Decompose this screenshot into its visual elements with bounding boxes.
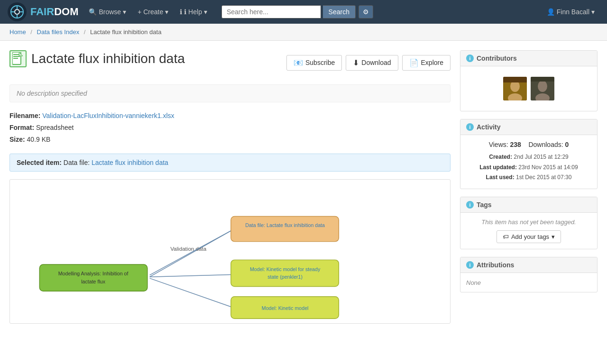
svg-rect-9	[13, 58, 18, 59]
browse-icon: 🔍	[89, 8, 97, 16]
description-text: No description specified	[17, 90, 87, 97]
browse-label: Browse	[99, 8, 121, 16]
tags-empty-msg: This item has not yet been tagged.	[466, 218, 591, 226]
help-icon: ℹ	[180, 8, 182, 16]
selected-type: Data file:	[64, 159, 90, 166]
filename-link[interactable]: Validation-LacFluxInhibition-vanniekerk1…	[42, 112, 174, 119]
tag-icon: 🏷	[503, 233, 509, 240]
format-row: Format: Spreadsheet	[9, 122, 451, 134]
svg-point-1	[15, 9, 19, 14]
download-button[interactable]: ⬇ Download	[346, 55, 398, 71]
created-value: 2nd Jul 2015 at 12:29	[514, 154, 568, 160]
sidebar: i Contributors	[460, 50, 598, 324]
avatar-img-1	[503, 77, 527, 100]
filename-row: Filename: Validation-LacFluxInhibition-v…	[9, 110, 451, 122]
brand-logo[interactable]: FAIRDOM	[8, 2, 78, 21]
selected-item-link[interactable]: Lactate flux inhibition data	[92, 159, 168, 166]
user-icon: 👤	[547, 8, 555, 16]
avatar-1[interactable]	[503, 77, 527, 100]
explore-button[interactable]: 📄 Explore	[402, 55, 451, 71]
used-label: Last used:	[486, 174, 515, 181]
page-title-row: Lactate flux inhibition data	[9, 50, 185, 67]
format-value: Spreadsheet	[36, 124, 74, 131]
user-chevron-icon: ▾	[591, 8, 595, 16]
create-chevron-icon: ▾	[165, 8, 168, 16]
create-btn[interactable]: + Create ▾	[133, 5, 173, 18]
search-area: Search ⚙	[221, 5, 373, 18]
diagram-svg: Validation data Data file: Lactate flux …	[10, 180, 450, 322]
size-label: Size:	[9, 136, 25, 143]
nav-items: 🔍 Browse ▾ + Create ▾ ℹ ℹ Help ▾	[84, 5, 212, 18]
node-analysis[interactable]	[39, 264, 147, 291]
subscribe-icon: 📧	[294, 58, 303, 67]
downloads-count: 0	[565, 141, 569, 148]
used-value: 1st Dec 2015 at 07:30	[516, 174, 571, 181]
breadcrumb: Home / Data files Index / Lactate flux i…	[0, 24, 607, 41]
activity-header: i Activity	[460, 119, 597, 135]
create-label: + Create	[138, 8, 163, 16]
svg-rect-18	[531, 77, 554, 82]
contributors-header: i Contributors	[460, 51, 597, 66]
add-tags-button[interactable]: 🏷 Add your tags ▾	[497, 230, 561, 243]
updated-row: Last updated: 23rd Nov 2015 at 14:09	[466, 163, 591, 173]
filename-label: Filename:	[9, 112, 40, 119]
node-model1-text1: Model: Kinetic model for steady	[250, 266, 321, 272]
breadcrumb-index[interactable]: Data files Index	[37, 28, 80, 36]
settings-icon: ⚙	[363, 8, 369, 16]
download-label: Download	[361, 59, 391, 66]
attributions-panel: i Attributions None	[460, 257, 598, 292]
tags-info-icon: i	[466, 201, 474, 209]
explore-label: Explore	[421, 59, 443, 66]
views-label: Views:	[489, 141, 508, 148]
breadcrumb-sep-1: /	[30, 28, 32, 36]
created-label: Created:	[489, 154, 512, 160]
tags-panel: i Tags This item has not yet been tagged…	[460, 197, 598, 249]
views-count: 238	[510, 141, 521, 148]
download-icon: ⬇	[353, 58, 359, 67]
downloads-label: Downloads:	[528, 141, 563, 148]
add-tags-label: Add your tags	[511, 233, 549, 240]
activity-dates: Created: 2nd Jul 2015 at 12:29 Last upda…	[466, 152, 591, 183]
diagram-area: Validation data Data file: Lactate flux …	[9, 179, 451, 324]
node-main[interactable]	[231, 216, 339, 241]
edge-analysis-model2	[150, 278, 235, 308]
attributions-info-icon: i	[466, 261, 474, 269]
subscribe-button[interactable]: 📧 Subscribe	[286, 55, 342, 71]
search-settings-button[interactable]: ⚙	[359, 5, 373, 18]
format-label: Format:	[9, 124, 34, 131]
contributors-body	[460, 66, 597, 111]
node-model1[interactable]	[231, 260, 339, 286]
updated-value: 23rd Nov 2015 at 14:09	[518, 164, 578, 171]
main-container: Lactate flux inhibition data 📧 Subscribe…	[0, 41, 607, 333]
svg-rect-14	[503, 77, 527, 82]
attributions-title: Attributions	[477, 261, 514, 269]
search-button[interactable]: Search	[323, 5, 356, 18]
contributors-panel: i Contributors	[460, 50, 598, 111]
help-label: ℹ Help	[184, 8, 202, 16]
help-btn[interactable]: ℹ ℹ Help ▾	[175, 5, 212, 18]
avatar-2[interactable]	[531, 77, 554, 100]
breadcrumb-home[interactable]: Home	[9, 28, 26, 36]
updated-label: Last updated:	[479, 164, 517, 171]
contributors-info-icon: i	[466, 55, 474, 62]
selected-prefix: Selected item:	[17, 159, 62, 166]
activity-body: Views: 238 Downloads: 0 Created: 2nd Jul…	[460, 135, 597, 189]
browse-btn[interactable]: 🔍 Browse ▾	[84, 5, 131, 18]
attributions-body: None	[460, 273, 597, 292]
title-action-row: Lactate flux inhibition data 📧 Subscribe…	[9, 50, 451, 75]
attributions-none: None	[466, 279, 481, 286]
content-area: Lactate flux inhibition data 📧 Subscribe…	[9, 50, 460, 324]
tags-header: i Tags	[460, 197, 597, 213]
contributors-title: Contributors	[477, 55, 517, 62]
selected-item-box: Selected item: Data file: Lactate flux i…	[9, 154, 451, 172]
edge-analysis-main	[150, 228, 235, 275]
help-chevron-icon: ▾	[204, 8, 207, 16]
breadcrumb-sep-2: /	[84, 28, 86, 36]
used-row: Last used: 1st Dec 2015 at 07:30	[466, 173, 591, 183]
svg-point-16	[538, 81, 547, 92]
user-menu-btn[interactable]: 👤 Finn Bacall ▾	[542, 5, 599, 18]
search-input[interactable]	[221, 5, 321, 18]
breadcrumb-current: Lactate flux inhibition data	[90, 28, 161, 36]
description-box: No description specified	[9, 84, 451, 102]
edge-label-validation: Validation data	[170, 246, 206, 252]
